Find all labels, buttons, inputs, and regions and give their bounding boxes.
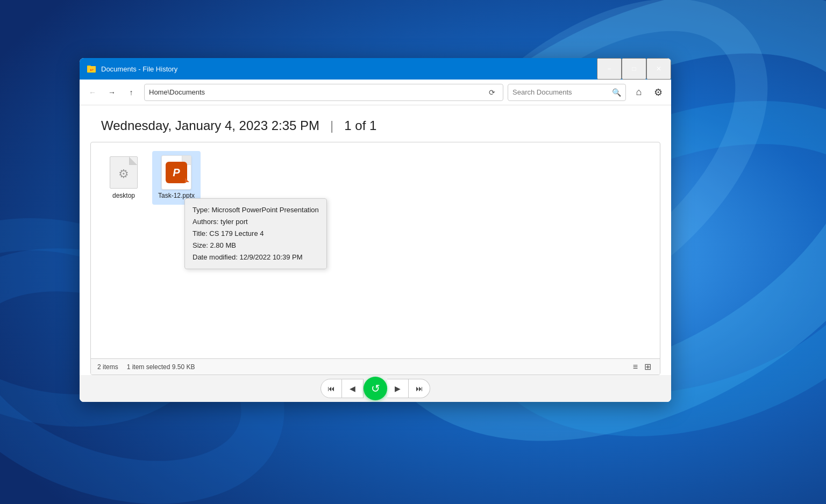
- search-icon: 🔍: [612, 88, 621, 97]
- file-history-window: ↩ Documents - File History − □ ✕ ← → ↑ ⟳: [80, 58, 671, 402]
- main-content: Wednesday, January 4, 2023 2:35 PM | 1 o…: [80, 105, 671, 402]
- date-header: Wednesday, January 4, 2023 2:35 PM | 1 o…: [80, 105, 671, 142]
- search-input[interactable]: [512, 88, 612, 96]
- first-button[interactable]: ⏮: [321, 379, 342, 398]
- items-count: 2 items: [97, 363, 118, 371]
- tooltip-type: Type: Microsoft PowerPoint Presentation: [193, 204, 319, 216]
- files-area: ⚙ desktop P Task-: [90, 142, 660, 375]
- up-button[interactable]: ↑: [123, 84, 140, 101]
- file-icon-wrapper: P: [159, 155, 194, 190]
- tooltip-size: Size: 2.80 MB: [193, 240, 319, 251]
- up-icon: ↑: [130, 88, 133, 97]
- selected-info: 1 item selected 9.50 KB: [127, 363, 631, 371]
- tooltip-date: Date modified: 12/9/2022 10:39 PM: [193, 251, 319, 263]
- maximize-button[interactable]: □: [622, 58, 646, 80]
- home-button[interactable]: ⌂: [630, 84, 647, 101]
- file-icon-wrapper: ⚙: [106, 155, 141, 190]
- first-icon: ⏮: [327, 384, 335, 393]
- play-icon: ↺: [371, 382, 380, 395]
- window-controls: − □ ✕: [597, 58, 671, 80]
- refresh-icon: ⟳: [489, 88, 495, 97]
- forward-icon: →: [108, 88, 116, 97]
- search-bar-container: 🔍: [508, 84, 626, 101]
- tiles-view-button[interactable]: ⊞: [642, 361, 653, 373]
- file-tooltip: Type: Microsoft PowerPoint Presentation …: [184, 198, 327, 269]
- last-button[interactable]: ⏭: [409, 379, 430, 398]
- back-button[interactable]: ←: [84, 84, 101, 101]
- tooltip-title: Title: CS 179 Lecture 4: [193, 228, 319, 240]
- file-label: desktop: [112, 192, 135, 200]
- list-item[interactable]: ⚙ desktop: [99, 151, 148, 205]
- previous-button[interactable]: ◀: [342, 379, 364, 398]
- date-text: Wednesday, January 4, 2023 2:35 PM: [101, 118, 319, 133]
- svg-text:↩: ↩: [90, 68, 94, 73]
- tooltip-authors: Authors: tyler port: [193, 216, 319, 228]
- pptx-file-icon: P: [161, 155, 191, 190]
- search-button[interactable]: 🔍: [612, 88, 621, 97]
- generic-file-icon: ⚙: [110, 156, 138, 189]
- minimize-button[interactable]: −: [597, 58, 622, 80]
- window-title: Documents - File History: [101, 65, 597, 73]
- ppt-triangle: [185, 178, 189, 182]
- date-separator: |: [330, 118, 333, 133]
- list-item[interactable]: P Task-12.pptx Type: Microsoft PowerPoin…: [152, 151, 201, 205]
- next-button[interactable]: ▶: [387, 379, 409, 398]
- list-view-button[interactable]: ≡: [631, 361, 640, 373]
- folder-history-icon: ↩: [86, 63, 97, 74]
- play-restore-button[interactable]: ↺: [364, 377, 387, 400]
- last-icon: ⏭: [416, 384, 423, 393]
- title-bar: ↩ Documents - File History − □ ✕: [80, 58, 671, 80]
- ppt-letter: P: [173, 167, 180, 178]
- address-bar-input[interactable]: [149, 88, 486, 96]
- back-icon: ←: [89, 88, 96, 97]
- date-counter: 1 of 1: [344, 118, 376, 133]
- settings-button[interactable]: ⚙: [650, 84, 667, 101]
- forward-button[interactable]: →: [103, 84, 120, 101]
- playback-bar: ⏮ ◀ ↺ ▶ ⏭: [80, 375, 671, 402]
- refresh-button[interactable]: ⟳: [486, 86, 499, 99]
- navigation-bar: ← → ↑ ⟳ 🔍 ⌂ ⚙: [80, 80, 671, 105]
- settings-icon: ⚙: [654, 87, 663, 98]
- previous-icon: ◀: [350, 384, 355, 393]
- view-controls: ≡ ⊞: [631, 361, 653, 373]
- status-bar: 2 items 1 item selected 9.50 KB ≡ ⊞: [91, 358, 660, 375]
- files-grid: ⚙ desktop P Task-: [91, 142, 660, 358]
- next-icon: ▶: [395, 384, 401, 393]
- address-bar-container: ⟳: [144, 84, 503, 101]
- home-icon: ⌂: [636, 87, 642, 98]
- ppt-badge: P: [166, 162, 187, 183]
- gear-icon: ⚙: [118, 167, 129, 181]
- close-button[interactable]: ✕: [646, 58, 671, 80]
